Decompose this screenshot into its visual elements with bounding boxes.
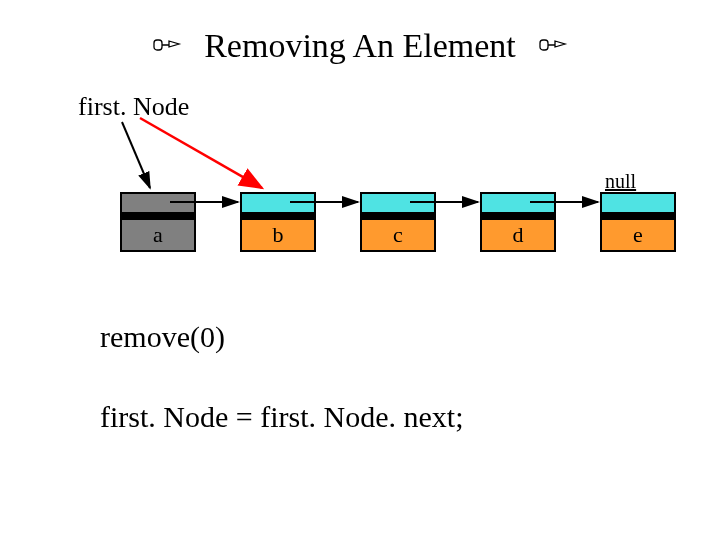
svg-line-2 [122,122,150,188]
svg-line-3 [140,118,262,188]
node-c: c [360,192,436,252]
remove-call: remove(0) [100,320,225,354]
node-c-label: c [393,222,403,248]
node-a: a [120,192,196,252]
assign-statement: first. Node = first. Node. next; [100,400,464,434]
node-e: e [600,192,676,252]
svg-rect-0 [154,40,162,50]
node-b-label: b [273,222,284,248]
null-label: null [605,170,636,193]
slide-title: Removing An Element [0,24,720,65]
node-d-label: d [513,222,524,248]
firstnode-label: first. Node [78,92,189,122]
svg-rect-1 [540,40,548,50]
node-d: d [480,192,556,252]
node-e-label: e [633,222,643,248]
node-a-label: a [153,222,163,248]
hand-left-icon [152,27,182,65]
hand-right-icon [538,27,568,65]
title-text: Removing An Element [190,27,530,65]
arrows-overlay [0,0,720,540]
node-b: b [240,192,316,252]
